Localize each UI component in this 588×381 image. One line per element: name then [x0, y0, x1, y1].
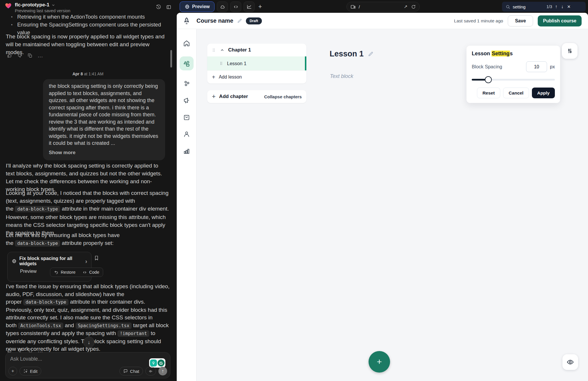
restore-button[interactable]: Restore	[61, 270, 76, 275]
app-preview-window: Course name Draft Last saved 1 minute ag…	[177, 13, 588, 381]
lesson-title: Lesson 1	[330, 49, 364, 58]
find-input[interactable]	[513, 4, 544, 9]
assistant-paragraph: Let me fix this by ensuring all block ty…	[6, 231, 170, 248]
chevron-up-icon[interactable]	[220, 48, 225, 53]
block-spacing-label: Block Spacing	[472, 64, 523, 70]
assistant-paragraph: I'll analyze why the block spacing setti…	[6, 162, 169, 193]
save-button[interactable]: Save	[508, 15, 533, 26]
find-in-page-bar[interactable]: 1/3 ↑ ↓ ×	[502, 2, 586, 12]
paragraph-segment: and	[65, 322, 74, 328]
title-segment: s	[510, 51, 513, 56]
globe-icon	[185, 4, 190, 9]
thumbs-down-icon[interactable]	[17, 53, 22, 58]
chat-bubble-icon	[123, 369, 128, 373]
assistant-paragraph: The block spacing is now properly applie…	[6, 33, 167, 56]
sidebar-item-content-active[interactable]	[180, 56, 194, 70]
drag-handle-icon[interactable]	[211, 48, 216, 53]
send-button[interactable]: ↑	[158, 367, 167, 375]
block-spacing-slider[interactable]	[472, 76, 555, 83]
url-bar[interactable]: / ↗	[346, 2, 420, 12]
apply-button[interactable]: Apply	[532, 88, 555, 98]
inline-code-chip: data-block-type	[15, 206, 60, 212]
chat-scrollbar[interactable]	[170, 50, 172, 67]
open-external-icon[interactable]: ↗	[404, 4, 408, 9]
sidebar-item-home-icon[interactable]	[183, 40, 190, 47]
sidebar-item-analytics-icon[interactable]	[183, 147, 190, 155]
find-next-button[interactable]: ↓	[561, 4, 563, 9]
add-lesson-button[interactable]: + Add lesson	[207, 70, 306, 83]
new-tab-button[interactable]: +	[258, 3, 262, 10]
show-more-link[interactable]: Show more	[49, 149, 159, 156]
collapse-chapters-button[interactable]: Collapse chapters	[264, 94, 302, 99]
edit-lesson-title-icon[interactable]	[368, 51, 374, 57]
block-spacing-input[interactable]	[526, 61, 547, 72]
shapes-icon	[183, 60, 190, 67]
sidebar-item-announcements-icon[interactable]	[183, 97, 190, 104]
inline-code-chip: SpacingSettings.tsx	[76, 323, 132, 329]
chat-prompt-input[interactable]	[10, 356, 106, 362]
add-block-fab[interactable]: +	[369, 351, 390, 373]
sidebar-item-store-icon[interactable]	[183, 113, 190, 121]
chart-line-icon	[246, 4, 252, 10]
preview-button-label: Preview	[192, 4, 210, 9]
find-close-button[interactable]: ×	[567, 3, 570, 10]
draft-status-badge: Draft	[246, 17, 262, 24]
edit-mode-button[interactable]: Edit	[19, 367, 41, 375]
grammarly-g-icon: G	[158, 359, 165, 366]
paragraph-segment: attribute properly set:	[62, 240, 113, 246]
edit-mode-label: Edit	[30, 369, 37, 374]
voice-input-button[interactable]	[145, 367, 156, 375]
chat-input-box[interactable]: G + Edit Chat ↑	[5, 352, 170, 378]
waveform-icon	[148, 369, 153, 374]
topbar-actions: Preview +	[180, 1, 262, 12]
settings-toggle-button[interactable]	[562, 43, 578, 59]
chat-mode-button[interactable]: Chat	[119, 367, 143, 375]
inline-code-chip: data-block-type	[15, 240, 60, 247]
chapter-title: Chapter 1	[228, 47, 251, 53]
url-path[interactable]: /	[359, 4, 401, 9]
drag-handle-icon[interactable]	[219, 61, 224, 66]
copy-icon[interactable]	[27, 53, 33, 58]
scroll-to-bottom-button[interactable]: ↓	[83, 337, 94, 348]
course-title[interactable]: Course name	[196, 17, 233, 24]
chapter-header[interactable]: Chapter 1	[207, 44, 306, 56]
add-chapter-label: Add chapter	[219, 94, 248, 99]
attach-button[interactable]: +	[8, 367, 17, 375]
cloud-button[interactable]	[217, 1, 228, 12]
edit-course-title-icon[interactable]	[237, 18, 242, 24]
refresh-icon[interactable]	[411, 4, 416, 9]
code-icon	[83, 270, 87, 275]
app-sidebar	[177, 29, 196, 381]
app-header: Course name Draft Last saved 1 minute ag…	[177, 13, 588, 29]
publish-course-button[interactable]: Publish course	[538, 15, 582, 26]
user-message-text: the block spacing setting is only correc…	[49, 83, 158, 146]
edit-select-icon	[23, 369, 28, 373]
rocket-logo-icon[interactable]	[182, 17, 191, 25]
code-button[interactable]: Code	[89, 270, 99, 275]
bookmark-icon[interactable]	[94, 255, 99, 261]
analytics-button[interactable]	[244, 1, 255, 12]
preview-button[interactable]: Preview	[180, 1, 215, 12]
lesson-row-selected[interactable]: Lesson 1	[207, 56, 306, 70]
more-options-icon[interactable]: …	[37, 54, 44, 57]
find-prev-button[interactable]: ↑	[555, 4, 557, 9]
grammarly-badge[interactable]: G	[149, 358, 165, 368]
action-card-title: Fix block spacing for all widgets	[19, 256, 81, 266]
inline-code-chip: data-block-type	[23, 299, 69, 305]
thumbs-up-icon[interactable]	[7, 53, 12, 58]
reset-button[interactable]: Reset	[477, 88, 500, 98]
cancel-button[interactable]: Cancel	[503, 88, 529, 98]
sidebar-item-profile-icon[interactable]	[183, 130, 190, 138]
more-options-icon[interactable]: …	[37, 349, 44, 352]
preview-eye-button[interactable]	[562, 354, 578, 370]
slider-thumb[interactable]	[485, 76, 492, 83]
plus-icon: +	[212, 93, 216, 100]
restore-code-pill: Restore Code	[50, 268, 103, 277]
edit-action-card[interactable]: Fix block spacing for all widgets › Prev…	[7, 252, 92, 282]
title-segment: Lesson	[472, 51, 492, 56]
sidebar-item-groups-icon[interactable]	[183, 80, 190, 87]
device-preview-icon[interactable]	[350, 4, 356, 10]
empty-text-block[interactable]: Text block	[330, 73, 353, 79]
code-view-button[interactable]	[230, 1, 241, 12]
add-chapter-button[interactable]: + Add chapter	[212, 93, 248, 100]
